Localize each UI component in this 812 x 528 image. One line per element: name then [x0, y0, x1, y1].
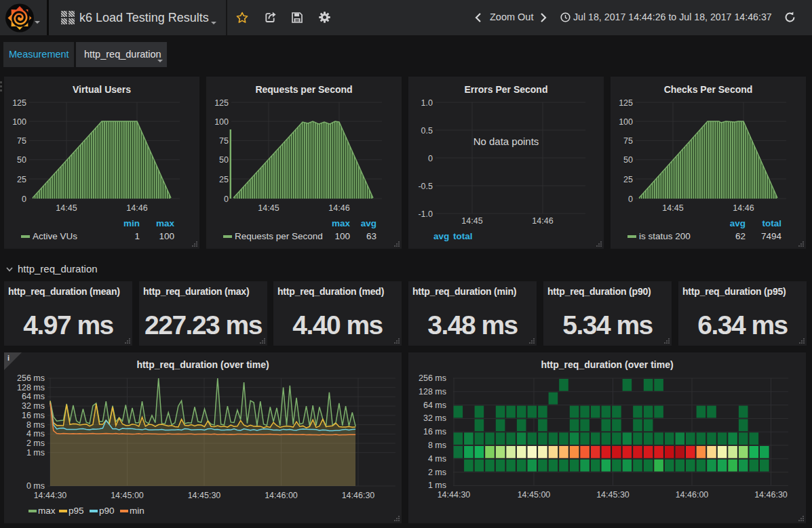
- svg-text:0: 0: [628, 195, 633, 204]
- svg-text:75: 75: [219, 136, 229, 146]
- svg-text:14:46: 14:46: [733, 203, 754, 213]
- svg-text:32 ms: 32 ms: [423, 413, 446, 423]
- svg-text:100: 100: [214, 117, 229, 127]
- svg-text:14:45:00: 14:45:00: [518, 490, 551, 500]
- svg-text:2 ms: 2 ms: [26, 439, 45, 448]
- svg-text:256 ms: 256 ms: [419, 373, 446, 383]
- svg-text:64 ms: 64 ms: [22, 392, 45, 401]
- svg-text:4 ms: 4 ms: [428, 454, 446, 464]
- svg-text:8 ms: 8 ms: [26, 420, 45, 430]
- svg-text:4 ms: 4 ms: [26, 429, 45, 439]
- svg-text:50: 50: [17, 155, 26, 165]
- svg-text:14:45: 14:45: [662, 203, 683, 213]
- svg-text:14:45: 14:45: [258, 203, 279, 213]
- svg-text:1 ms: 1 ms: [26, 448, 45, 458]
- svg-text:25: 25: [17, 175, 26, 184]
- svg-text:No data points: No data points: [473, 136, 539, 147]
- svg-text:50: 50: [623, 155, 633, 165]
- svg-text:14:45:30: 14:45:30: [596, 490, 630, 500]
- svg-text:0: 0: [22, 195, 26, 204]
- svg-text:16 ms: 16 ms: [423, 427, 446, 436]
- svg-text:128 ms: 128 ms: [17, 383, 45, 392]
- svg-text:16 ms: 16 ms: [22, 411, 45, 420]
- svg-text:128 ms: 128 ms: [419, 387, 446, 397]
- svg-text:125: 125: [12, 98, 26, 108]
- svg-text:14:45: 14:45: [461, 216, 482, 226]
- svg-text:14:46: 14:46: [328, 203, 349, 213]
- svg-text:125: 125: [214, 98, 229, 108]
- svg-text:-0.5: -0.5: [418, 182, 433, 191]
- svg-text:14:45:00: 14:45:00: [111, 491, 144, 500]
- svg-text:75: 75: [17, 136, 26, 146]
- svg-text:0 ms: 0 ms: [26, 481, 45, 491]
- svg-text:14:44:30: 14:44:30: [34, 491, 67, 500]
- svg-text:100: 100: [619, 117, 633, 127]
- svg-text:14:46:30: 14:46:30: [342, 491, 375, 500]
- svg-text:100: 100: [12, 117, 26, 127]
- svg-text:32 ms: 32 ms: [22, 401, 45, 411]
- svg-text:-1.0: -1.0: [418, 209, 433, 219]
- svg-text:50: 50: [219, 155, 229, 165]
- svg-text:0: 0: [428, 154, 433, 163]
- svg-text:14:46:30: 14:46:30: [754, 490, 788, 500]
- svg-text:64 ms: 64 ms: [423, 401, 446, 410]
- svg-text:0: 0: [224, 195, 229, 204]
- svg-text:75: 75: [623, 136, 633, 146]
- svg-text:8 ms: 8 ms: [428, 441, 446, 450]
- svg-text:0.5: 0.5: [421, 126, 433, 136]
- svg-text:25: 25: [623, 175, 633, 184]
- svg-text:2 ms: 2 ms: [428, 468, 446, 477]
- svg-text:1 ms: 1 ms: [428, 481, 446, 490]
- svg-text:14:46:00: 14:46:00: [265, 491, 298, 500]
- svg-text:1.0: 1.0: [421, 98, 433, 108]
- svg-text:14:45: 14:45: [56, 203, 77, 213]
- svg-text:256 ms: 256 ms: [17, 373, 45, 383]
- svg-text:14:45:30: 14:45:30: [188, 491, 221, 500]
- svg-text:14:46:00: 14:46:00: [676, 490, 709, 500]
- svg-text:125: 125: [619, 98, 633, 108]
- svg-text:25: 25: [219, 175, 229, 184]
- svg-text:14:46: 14:46: [126, 203, 147, 213]
- svg-text:14:44:30: 14:44:30: [438, 490, 471, 500]
- svg-text:14:46: 14:46: [532, 216, 553, 226]
